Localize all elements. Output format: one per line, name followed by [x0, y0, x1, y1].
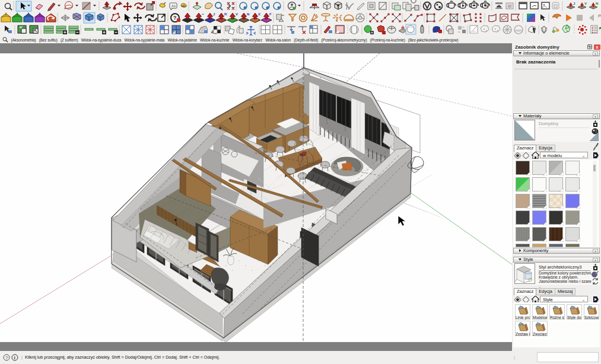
svg-text:J: J [573, 2, 575, 5]
svg-text:F: F [269, 12, 272, 16]
svg-text:?: ? [5, 355, 8, 360]
svg-text:J: J [213, 12, 215, 16]
svg-text:i: i [14, 355, 15, 360]
svg-text:R: R [224, 12, 227, 16]
svg-text:A1: A1 [171, 4, 176, 8]
svg-text:ab: ab [182, 4, 186, 8]
svg-text:=: = [202, 12, 204, 16]
svg-text:N: N [247, 12, 249, 16]
svg-text:X: X [258, 12, 260, 16]
svg-text:?: ? [173, 15, 177, 21]
svg-text:V: V [236, 12, 238, 16]
svg-text:V: V [584, 2, 587, 5]
svg-text:N: N [596, 2, 598, 5]
